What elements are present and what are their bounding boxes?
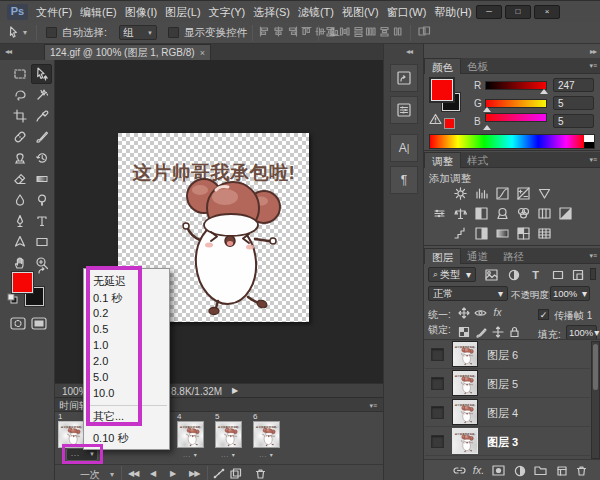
quick-selection-tool[interactable]: [31, 85, 52, 105]
channel-b-value[interactable]: 5: [553, 114, 594, 128]
delete-frame-button[interactable]: [255, 468, 266, 479]
adjustment-color-lookup-icon[interactable]: [537, 207, 552, 220]
screen-mode-icon[interactable]: [31, 317, 47, 330]
menu-type[interactable]: 文字(Y): [209, 5, 246, 20]
tab-channels[interactable]: 通道: [460, 248, 495, 264]
close-button[interactable]: ×: [534, 5, 560, 19]
path-selection-tool[interactable]: [9, 232, 30, 252]
color-panel-menu-icon[interactable]: ▾≡: [589, 62, 597, 70]
channel-r-slider[interactable]: [485, 81, 547, 90]
lock-pixels-icon[interactable]: [473, 325, 488, 338]
frame-delay-dropdown[interactable]: ... ▾: [215, 451, 242, 458]
layers-scrollbar-thumb[interactable]: [593, 344, 598, 390]
timeline-frame-6[interactable]: 6 ... ▾: [252, 412, 282, 460]
eraser-tool[interactable]: [9, 169, 30, 189]
duplicate-frame-button[interactable]: [230, 468, 242, 479]
filter-smart-objects-icon[interactable]: [570, 268, 585, 281]
foreground-color-well[interactable]: [431, 79, 453, 101]
distribute-left-icon[interactable]: [365, 26, 376, 37]
lock-transparency-icon[interactable]: [456, 325, 471, 338]
tab-styles[interactable]: 样式: [460, 152, 495, 168]
adjustment-photo-filter-icon[interactable]: [495, 207, 510, 220]
unify-position-icon[interactable]: [456, 306, 471, 319]
document-tab[interactable]: 124.gif @ 100% (图层 1, RGB/8) * ×: [44, 44, 211, 60]
menu-help[interactable]: 帮助(H): [434, 5, 471, 20]
foreground-color-swatch[interactable]: [12, 272, 33, 293]
expand-dock-icon[interactable]: ▸▸: [590, 47, 596, 56]
align-left-icon[interactable]: [259, 26, 270, 37]
hand-tool[interactable]: [9, 253, 30, 273]
dodge-tool[interactable]: [31, 190, 52, 210]
tab-layers[interactable]: 图层: [424, 248, 461, 264]
loop-option[interactable]: 一次: [80, 468, 106, 480]
adjustment-exposure-icon[interactable]: [516, 187, 531, 200]
status-flyout-icon[interactable]: ▶: [232, 386, 238, 395]
propagate-frame-checkbox[interactable]: ✓: [538, 309, 549, 320]
history-brush-tool[interactable]: [31, 148, 52, 168]
crop-tool[interactable]: [9, 106, 30, 126]
layers-panel-menu-icon[interactable]: ▾≡: [589, 252, 597, 260]
layer-row[interactable]: 图层 3: [425, 427, 590, 456]
layer-filter-dropdown[interactable]: ⌕类型▾: [428, 267, 476, 282]
swap-colors-icon[interactable]: [36, 266, 47, 276]
loop-caret-icon[interactable]: ▾: [110, 470, 113, 479]
layer-row[interactable]: 图层 5: [425, 369, 590, 398]
pen-tool[interactable]: [9, 211, 30, 231]
frame-delay-dropdown[interactable]: ... ▾: [253, 451, 280, 458]
distribute-top-icon[interactable]: [325, 26, 336, 37]
collapse-dock-icon[interactable]: ◂◂: [406, 47, 412, 56]
channel-g-slider[interactable]: [485, 99, 547, 108]
eyedropper-tool[interactable]: [31, 106, 52, 126]
adjustment-levels-icon[interactable]: [474, 187, 489, 200]
minimize-button[interactable]: ─: [476, 5, 502, 19]
character-panel-icon[interactable]: A|: [390, 134, 418, 162]
channel-b-slider[interactable]: [485, 113, 547, 122]
layer-visibility-toggle[interactable]: [431, 348, 444, 361]
auto-select-checkbox[interactable]: [46, 27, 57, 38]
layer-style-button[interactable]: fx.: [471, 463, 486, 476]
next-frame-button[interactable]: ▶▶: [189, 469, 199, 478]
timeline-frame-5[interactable]: 5 ... ▾: [214, 412, 244, 460]
first-frame-button[interactable]: ◀◀: [128, 469, 138, 478]
gamut-swatch[interactable]: [444, 118, 455, 129]
new-adjustment-layer-button[interactable]: [512, 464, 527, 477]
menu-file[interactable]: 文件(F): [36, 5, 72, 20]
layer-row[interactable]: 图层 6: [425, 340, 590, 369]
auto-align-icon[interactable]: [418, 26, 431, 37]
delete-layer-button[interactable]: [574, 464, 589, 477]
menu-view[interactable]: 视图(V): [342, 5, 379, 20]
distribute-hcenter-icon[interactable]: [379, 26, 390, 37]
blur-tool[interactable]: [9, 190, 30, 210]
tool-preset[interactable]: ▾: [8, 26, 26, 39]
blend-mode-dropdown[interactable]: 正常▾: [428, 286, 508, 301]
brush-tool[interactable]: [31, 127, 52, 147]
menu-window[interactable]: 窗口(W): [387, 5, 427, 20]
timeline-frame-4[interactable]: 4 ... ▾: [176, 412, 206, 460]
tab-paths[interactable]: 路径: [496, 248, 531, 264]
adjustment-lut-icon[interactable]: [537, 227, 552, 240]
frame-delay-dropdown[interactable]: ... ▾: [177, 451, 204, 458]
align-right-icon[interactable]: [287, 26, 298, 37]
adjustment-color-balance-icon[interactable]: [453, 207, 468, 220]
add-mask-button[interactable]: [491, 464, 506, 477]
menu-layer[interactable]: 图层(L): [165, 5, 200, 20]
channel-g-slider-thumb[interactable]: [483, 107, 491, 112]
type-tool[interactable]: [31, 211, 52, 231]
menu-edit[interactable]: 编辑(E): [80, 5, 117, 20]
default-colors-icon[interactable]: [7, 293, 19, 305]
adjustment-brightness-icon[interactable]: [453, 187, 468, 200]
color-spectrum-ramp[interactable]: [429, 134, 595, 149]
layers-scrollbar[interactable]: [591, 341, 600, 459]
align-hcenter-icon[interactable]: [273, 26, 284, 37]
layer-row[interactable]: 图层 4: [425, 398, 590, 427]
auto-select-dropdown[interactable]: 组 ▼: [119, 25, 157, 40]
adjustment-gradient-map-icon[interactable]: [495, 227, 510, 240]
tween-button[interactable]: [213, 468, 225, 479]
adjustment-hue-saturation-icon[interactable]: [432, 207, 447, 220]
adjustment-invert-icon[interactable]: [558, 207, 573, 220]
unify-visibility-icon[interactable]: [473, 306, 488, 319]
history-panel-icon[interactable]: [390, 64, 418, 92]
adjustment-posterize-icon[interactable]: [453, 227, 468, 240]
new-layer-button[interactable]: [554, 464, 569, 477]
adjustment-vibrance-icon[interactable]: [537, 187, 552, 200]
